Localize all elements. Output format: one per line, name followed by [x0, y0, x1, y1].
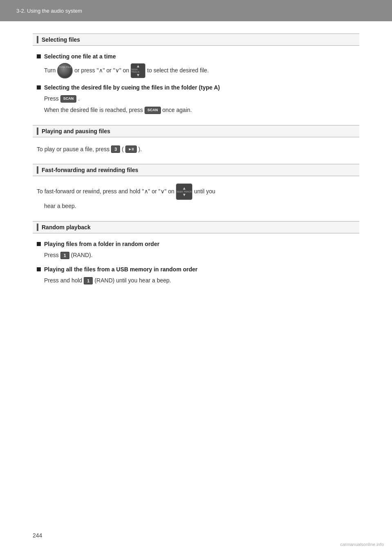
by-cueing-row2: When the desired file is reached, press … — [44, 105, 359, 115]
section-bar-accent-2 — [37, 128, 38, 135]
section-bar-accent-3 — [37, 166, 38, 174]
subsection-folder-random: Playing files from a folder in random or… — [33, 241, 359, 260]
playing-pausing-header: Playing and pausing files — [33, 125, 359, 137]
subsection-body-by-cueing: Press SCAN . When the desired file is re… — [37, 94, 359, 115]
random-playback-title: Random playback — [42, 224, 91, 231]
subsection-by-cueing: Selecting the desired file by cueing the… — [33, 84, 359, 115]
subsection-body-usb-random: Press and hold 1 (RAND) until you hear a… — [37, 276, 359, 286]
subsection-title-by-cueing: Selecting the desired file by cueing the… — [37, 84, 359, 91]
seek-track-large-button[interactable]: ▲ SEEK TRACK ▼ — [176, 184, 192, 200]
subsection-title-one-at-a-time: Selecting one file at a time — [37, 53, 359, 60]
play-pause-button[interactable]: ►II — [125, 145, 137, 153]
fast-forward-body: To fast-forward or rewind, press and hol… — [33, 184, 359, 211]
playing-pausing-section: Playing and pausing files To play or pau… — [33, 125, 359, 154]
selecting-files-title: Selecting files — [42, 36, 80, 43]
subsection-title-usb-random: Playing all the files from a USB memory … — [37, 266, 359, 273]
usb-random-row: Press and hold 1 (RAND) until you hear a… — [44, 276, 359, 286]
seek-track-button[interactable]: ▲ SEEK TRACK ▼ — [131, 63, 145, 78]
num1-button-rand-hold[interactable]: 1 — [84, 277, 93, 284]
fast-forward-row2: hear a beep. — [37, 201, 359, 211]
num1-button-rand[interactable]: 1 — [60, 252, 69, 259]
fast-forward-header: Fast-forwarding and rewinding files — [33, 164, 359, 176]
text-to-select: to select the desired file. — [147, 66, 209, 76]
bullet-folder-random — [37, 242, 41, 246]
header-bar: 3-2. Using the audio system — [0, 0, 392, 21]
bullet-by-cueing — [37, 85, 41, 90]
subsection-body-one-at-a-time: Turn TUNE·FILE or press "∧" or "∨" on ▲ … — [37, 63, 359, 78]
page-number: 244 — [33, 532, 42, 539]
random-playback-header: Random playback — [33, 221, 359, 233]
section-bar-accent-4 — [37, 224, 38, 231]
section-bar-accent — [37, 36, 38, 43]
subsection-one-at-a-time: Selecting one file at a time Turn TUNE·F… — [33, 53, 359, 78]
selecting-files-header: Selecting files — [33, 34, 359, 46]
fast-forward-section: Fast-forwarding and rewinding files To f… — [33, 164, 359, 211]
scan-button-1[interactable]: SCAN — [60, 95, 77, 103]
folder-random-row: Press 1 (RAND). — [44, 251, 359, 260]
bullet-one-at-a-time — [37, 54, 41, 58]
tune-file-button[interactable]: TUNE·FILE — [57, 63, 73, 78]
selecting-files-section: Selecting files Selecting one file at a … — [33, 34, 359, 115]
playing-pausing-body: To play or pause a file, press 3 ( ►II )… — [33, 145, 359, 154]
fast-forward-row1: To fast-forward or rewind, press and hol… — [37, 184, 359, 200]
by-cueing-row1: Press SCAN . — [44, 94, 359, 104]
num3-button[interactable]: 3 — [111, 145, 120, 153]
text-or-press: or press "∧" or "∨" on — [74, 66, 129, 76]
text-turn: Turn — [44, 66, 56, 76]
watermark: carmanualsonline.info — [340, 542, 384, 547]
one-at-a-time-row: Turn TUNE·FILE or press "∧" or "∨" on ▲ … — [44, 63, 359, 78]
main-content: Selecting files Selecting one file at a … — [0, 34, 392, 286]
section-title: 3-2. Using the audio system — [16, 8, 82, 14]
bullet-usb-random — [37, 267, 41, 271]
fast-forward-title: Fast-forwarding and rewinding files — [42, 167, 138, 173]
playing-pausing-title: Playing and pausing files — [42, 128, 110, 134]
subsection-usb-random: Playing all the files from a USB memory … — [33, 266, 359, 286]
playing-pausing-row: To play or pause a file, press 3 ( ►II )… — [37, 145, 359, 154]
random-playback-section: Random playback Playing files from a fol… — [33, 221, 359, 286]
subsection-body-folder-random: Press 1 (RAND). — [37, 251, 359, 260]
subsection-title-folder-random: Playing files from a folder in random or… — [37, 241, 359, 247]
scan-button-2[interactable]: SCAN — [145, 107, 161, 114]
